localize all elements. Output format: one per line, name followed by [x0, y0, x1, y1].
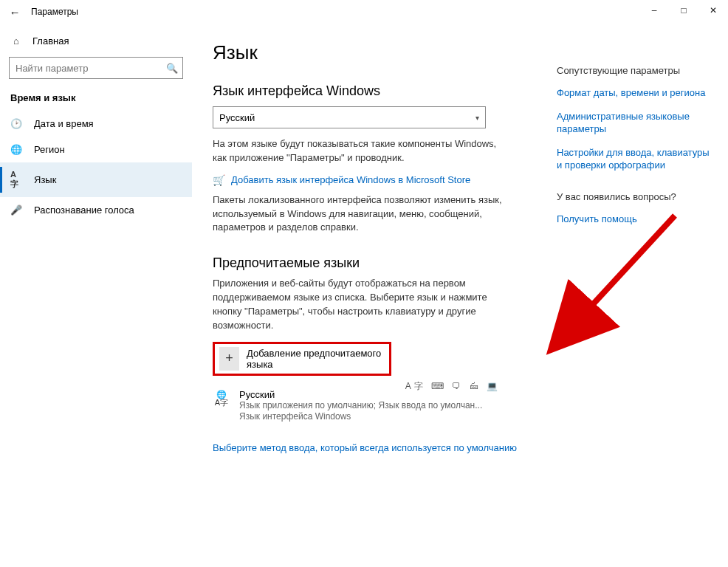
display-language-description: На этом языке будут показываться такие к… — [213, 137, 508, 165]
clock-icon: 🕑 — [10, 118, 22, 129]
microphone-icon: 🎤 — [10, 205, 22, 216]
combobox-value: Русский — [219, 112, 255, 123]
maximize-icon: □ — [681, 5, 686, 16]
right-panel: Сопутствующие параметры Формат даты, вре… — [551, 24, 728, 567]
related-settings-heading: Сопутствующие параметры — [557, 65, 715, 76]
window-title: Параметры — [31, 7, 78, 17]
nav-home[interactable]: ⌂ Главная — [0, 31, 192, 51]
nav-item-speech[interactable]: 🎤 Распознавание голоса — [0, 197, 192, 223]
close-button[interactable]: ✕ — [698, 0, 728, 21]
nav-item-label: Распознавание голоса — [34, 205, 134, 216]
search-icon: 🔍 — [166, 63, 178, 74]
close-icon: ✕ — [710, 5, 717, 16]
related-link-admin-language[interactable]: Административные языковые параметры — [557, 110, 715, 136]
main-content: Язык Язык интерфейса Windows Русский ▾ Н… — [192, 24, 551, 567]
arrow-left-icon: ← — [10, 6, 21, 18]
chevron-down-icon: ▾ — [475, 114, 479, 122]
add-language-label: Добавление предпочитаемого языка — [247, 348, 385, 370]
default-input-method-link[interactable]: Выберите метод ввода, который всегда исп… — [213, 442, 517, 453]
preferred-languages-description: Приложения и веб-сайты будут отображатьс… — [213, 277, 508, 332]
get-help-link[interactable]: Получить помощь — [557, 213, 715, 226]
nav-item-label: Язык — [34, 174, 56, 185]
store-icon: 🛒 — [213, 174, 225, 186]
nav-item-label: Регион — [34, 144, 65, 155]
nav-home-label: Главная — [32, 35, 69, 47]
maximize-button[interactable]: □ — [669, 0, 698, 21]
nav-item-language[interactable]: A字 Язык — [0, 162, 192, 197]
back-button[interactable]: ← — [4, 1, 25, 22]
page-title: Язык — [213, 41, 536, 64]
language-subtext-1: Язык приложения по умолчанию; Язык ввода… — [239, 400, 493, 412]
window-controls: – □ ✕ — [639, 0, 728, 21]
language-feature-icons: A字 ⌨ 🗨 🖮 💻 — [405, 380, 501, 393]
search-input[interactable] — [16, 63, 166, 74]
display-language-combobox[interactable]: Русский ▾ — [213, 106, 486, 128]
related-link-input-keyboard[interactable]: Настройки для ввода, клавиатуры и провер… — [557, 146, 715, 172]
titlebar: ← Параметры – □ ✕ — [0, 0, 728, 24]
add-preferred-language-button[interactable]: + Добавление предпочитаемого языка — [213, 342, 391, 376]
display-language-heading: Язык интерфейса Windows — [213, 83, 536, 99]
preferred-languages-heading: Предпочитаемые языки — [213, 255, 536, 271]
questions-heading: У вас появились вопросы? — [557, 191, 715, 202]
home-icon: ⌂ — [10, 35, 22, 47]
add-language-store-link[interactable]: Добавить язык интерфейса Windows в Micro… — [231, 174, 470, 185]
language-glyph-icon: 🌐A字 — [213, 389, 230, 407]
nav-item-date-time[interactable]: 🕑 Дата и время — [0, 111, 192, 137]
nav-item-region[interactable]: 🌐 Регион — [0, 137, 192, 162]
minimize-icon: – — [652, 5, 657, 16]
nav-item-label: Дата и время — [34, 118, 94, 129]
sidebar: ⌂ Главная 🔍 Время и язык 🕑 Дата и время … — [0, 24, 192, 567]
language-icon: A字 — [10, 170, 22, 190]
related-link-date-format[interactable]: Формат даты, времени и региона — [557, 86, 715, 100]
plus-icon: + — [219, 347, 239, 371]
globe-icon: 🌐 — [10, 144, 22, 155]
search-box[interactable]: 🔍 — [9, 57, 183, 79]
minimize-button[interactable]: – — [639, 0, 669, 21]
language-subtext-2: Язык интерфейса Windows — [239, 411, 493, 423]
language-entry[interactable]: A字 ⌨ 🗨 🖮 💻 🌐A字 Русский Язык приложения п… — [213, 389, 493, 423]
sidebar-section-label: Время и язык — [0, 89, 192, 111]
lip-description: Пакеты локализованного интерфейса позвол… — [213, 193, 508, 236]
